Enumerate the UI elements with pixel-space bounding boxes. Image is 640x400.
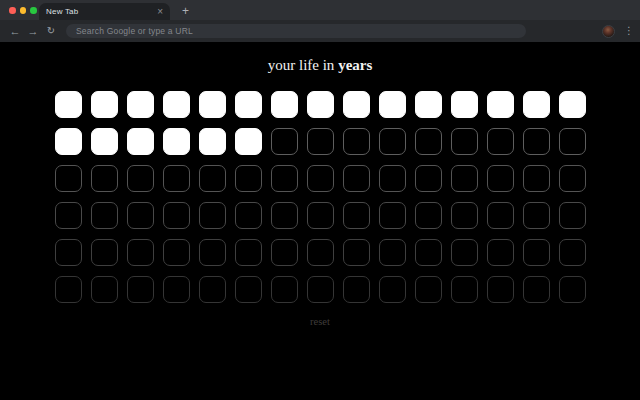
year-cell[interactable] — [163, 165, 190, 192]
year-cell[interactable] — [487, 91, 514, 118]
year-cell[interactable] — [307, 239, 334, 266]
year-cell[interactable] — [271, 91, 298, 118]
year-cell[interactable] — [451, 239, 478, 266]
year-cell[interactable] — [235, 276, 262, 303]
year-cell[interactable] — [559, 276, 586, 303]
year-cell[interactable] — [127, 276, 154, 303]
year-cell[interactable] — [487, 202, 514, 229]
year-cell[interactable] — [55, 239, 82, 266]
year-cell[interactable] — [235, 165, 262, 192]
year-cell[interactable] — [415, 91, 442, 118]
year-cell[interactable] — [91, 202, 118, 229]
year-cell[interactable] — [343, 128, 370, 155]
year-cell[interactable] — [523, 128, 550, 155]
year-cell[interactable] — [523, 165, 550, 192]
year-cell[interactable] — [343, 91, 370, 118]
year-cell[interactable] — [487, 239, 514, 266]
year-cell[interactable] — [415, 276, 442, 303]
year-cell[interactable] — [163, 202, 190, 229]
back-icon[interactable]: ← — [6, 26, 24, 37]
year-cell[interactable] — [451, 91, 478, 118]
forward-icon[interactable]: → — [24, 26, 42, 37]
year-cell[interactable] — [487, 128, 514, 155]
year-cell[interactable] — [523, 202, 550, 229]
year-cell[interactable] — [55, 128, 82, 155]
new-tab-button[interactable]: + — [182, 5, 189, 17]
tab-new-tab[interactable]: New Tab × — [39, 3, 170, 20]
year-cell[interactable] — [163, 128, 190, 155]
year-cell[interactable] — [523, 91, 550, 118]
year-cell[interactable] — [199, 276, 226, 303]
year-cell[interactable] — [127, 91, 154, 118]
year-cell[interactable] — [127, 165, 154, 192]
year-cell[interactable] — [307, 128, 334, 155]
year-cell[interactable] — [91, 165, 118, 192]
year-cell[interactable] — [163, 239, 190, 266]
year-cell[interactable] — [91, 239, 118, 266]
year-cell[interactable] — [379, 239, 406, 266]
year-cell[interactable] — [199, 128, 226, 155]
year-cell[interactable] — [559, 202, 586, 229]
year-cell[interactable] — [307, 91, 334, 118]
close-window-button[interactable] — [9, 7, 16, 14]
year-cell[interactable] — [271, 128, 298, 155]
year-cell[interactable] — [55, 276, 82, 303]
year-cell[interactable] — [199, 239, 226, 266]
year-cell[interactable] — [487, 165, 514, 192]
year-cell[interactable] — [379, 276, 406, 303]
year-cell[interactable] — [379, 165, 406, 192]
year-cell[interactable] — [235, 91, 262, 118]
year-cell[interactable] — [55, 91, 82, 118]
year-cell[interactable] — [91, 91, 118, 118]
year-cell[interactable] — [451, 128, 478, 155]
year-cell[interactable] — [451, 276, 478, 303]
year-cell[interactable] — [415, 239, 442, 266]
year-cell[interactable] — [343, 239, 370, 266]
year-cell[interactable] — [379, 128, 406, 155]
address-bar[interactable]: Search Google or type a URL — [66, 24, 526, 38]
year-cell[interactable] — [559, 165, 586, 192]
year-cell[interactable] — [55, 202, 82, 229]
year-cell[interactable] — [559, 128, 586, 155]
year-cell[interactable] — [199, 165, 226, 192]
year-cell[interactable] — [271, 239, 298, 266]
year-cell[interactable] — [199, 202, 226, 229]
year-cell[interactable] — [55, 165, 82, 192]
year-cell[interactable] — [307, 276, 334, 303]
year-cell[interactable] — [307, 165, 334, 192]
year-cell[interactable] — [235, 202, 262, 229]
year-cell[interactable] — [235, 128, 262, 155]
year-cell[interactable] — [271, 276, 298, 303]
year-cell[interactable] — [307, 202, 334, 229]
year-cell[interactable] — [91, 128, 118, 155]
year-cell[interactable] — [559, 91, 586, 118]
year-cell[interactable] — [127, 128, 154, 155]
profile-avatar[interactable] — [602, 25, 615, 38]
minimize-window-button[interactable] — [20, 7, 27, 14]
year-cell[interactable] — [343, 165, 370, 192]
year-cell[interactable] — [559, 239, 586, 266]
year-cell[interactable] — [451, 165, 478, 192]
year-cell[interactable] — [343, 202, 370, 229]
year-cell[interactable] — [91, 276, 118, 303]
browser-menu-icon[interactable]: ⋮ — [624, 26, 634, 36]
year-cell[interactable] — [523, 276, 550, 303]
year-cell[interactable] — [523, 239, 550, 266]
year-cell[interactable] — [415, 128, 442, 155]
year-cell[interactable] — [451, 202, 478, 229]
year-cell[interactable] — [379, 91, 406, 118]
year-cell[interactable] — [343, 276, 370, 303]
year-cell[interactable] — [163, 91, 190, 118]
reset-button[interactable]: reset — [310, 316, 330, 327]
close-tab-icon[interactable]: × — [157, 7, 163, 17]
year-cell[interactable] — [163, 276, 190, 303]
year-cell[interactable] — [235, 239, 262, 266]
year-cell[interactable] — [487, 276, 514, 303]
year-cell[interactable] — [271, 165, 298, 192]
year-cell[interactable] — [271, 202, 298, 229]
year-cell[interactable] — [415, 165, 442, 192]
year-cell[interactable] — [127, 239, 154, 266]
zoom-window-button[interactable] — [30, 7, 37, 14]
year-cell[interactable] — [415, 202, 442, 229]
year-cell[interactable] — [199, 91, 226, 118]
